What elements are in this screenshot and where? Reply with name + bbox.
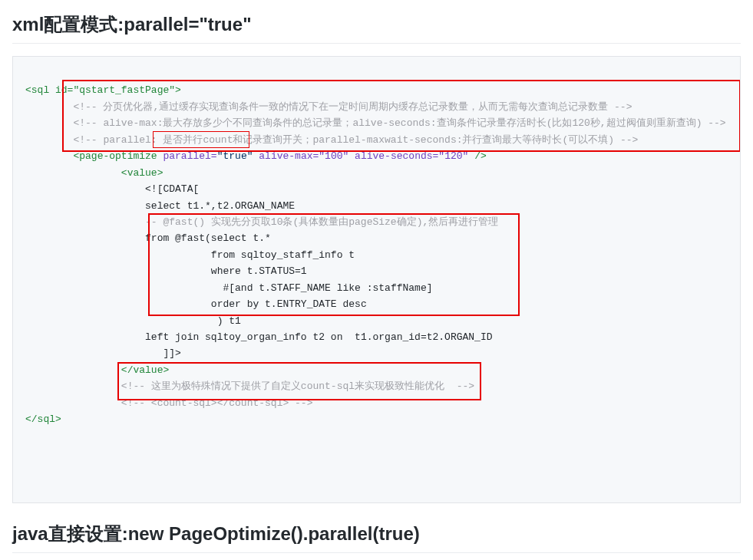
code-line: ) t1 (25, 315, 241, 327)
code-line: <!-- parallel: 是否并行count和记录查询开关；parallel… (25, 134, 638, 146)
code-line: </sql> (25, 413, 61, 425)
code-line: from @fast(select t.* (25, 232, 271, 244)
heading-xml-mode: xml配置模式:parallel="true" (12, 12, 741, 44)
code-line: left join sqltoy_organ_info t2 on t1.org… (25, 331, 493, 343)
xml-code-block: <sql id="qstart_fastPage"> <!-- 分页优化器,通过… (12, 56, 741, 503)
heading-java-mode: java直接设置:new PageOptimize().parallel(tru… (12, 522, 741, 553)
code-line: <!-- 分页优化器,通过缓存实现查询条件一致的情况下在一定时间周期内缓存总记录… (25, 101, 632, 113)
code-line: ]]> (25, 348, 181, 359)
code-line: where t.STATUS=1 (25, 265, 307, 277)
code-line: <!-- <count-sql></count-sql> --> (25, 397, 312, 409)
code-line: order by t.ENTRY_DATE desc (25, 298, 367, 310)
code-line: -- @fast() 实现先分页取10条(具体数量由pageSize确定),然后… (25, 216, 498, 228)
code-line: from sqltoy_staff_info t (25, 249, 355, 261)
code-line: select t1.*,t2.ORGAN_NAME (25, 200, 295, 212)
code-line: </value> (25, 364, 169, 376)
code-line: <![CDATA[ (25, 183, 199, 195)
code-line: <page-optimize parallel="true" alive-max… (25, 150, 487, 162)
code-line: <!-- alive-max:最大存放多少个不同查询条件的总记录量；alive-… (25, 117, 726, 129)
code-line: #[and t.STAFF_NAME like :staffName] (25, 282, 433, 294)
code-line: <!-- 这里为极特殊情况下提供了自定义count-sql来实现极致性能优化 -… (25, 380, 474, 392)
code-line: <sql id="qstart_fastPage"> (25, 84, 181, 96)
code-line: <value> (25, 167, 163, 179)
